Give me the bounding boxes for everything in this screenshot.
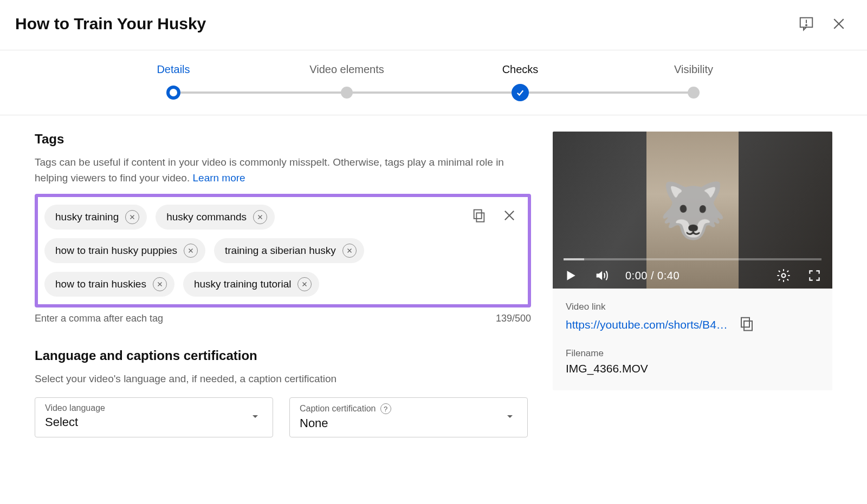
filename-value: IMG_4366.MOV xyxy=(566,362,819,375)
video-thumbnail: 🐺 xyxy=(646,132,739,289)
tags-toolbar xyxy=(471,208,517,225)
settings-icon[interactable] xyxy=(776,268,791,283)
step-video-elements[interactable]: Video elements xyxy=(260,63,434,100)
tag-label: husky training xyxy=(55,211,119,223)
close-icon[interactable] xyxy=(826,11,852,37)
step-label: Checks xyxy=(434,63,607,76)
svg-rect-26 xyxy=(744,321,752,331)
tag-chip[interactable]: husky training tutorial xyxy=(183,272,320,297)
video-language-select[interactable]: Video language Select xyxy=(35,397,273,437)
svg-rect-5 xyxy=(476,213,484,221)
svg-point-25 xyxy=(782,274,786,278)
tag-chip[interactable]: how to train huskies xyxy=(44,272,174,297)
tags-counter: 139/500 xyxy=(496,313,531,324)
chevron-down-icon xyxy=(249,410,262,425)
tag-chip[interactable]: husky training xyxy=(44,205,147,230)
remove-tag-icon[interactable] xyxy=(153,277,167,291)
video-link[interactable]: https://youtube.com/shorts/B4… xyxy=(566,318,728,331)
copy-tags-icon[interactable] xyxy=(471,208,487,225)
upload-stepper: Details Video elements Checks Visibility xyxy=(0,50,867,115)
remove-tag-icon[interactable] xyxy=(297,277,312,291)
step-details[interactable]: Details xyxy=(87,63,260,100)
chevron-down-icon xyxy=(503,410,516,425)
video-progress[interactable] xyxy=(564,258,821,260)
step-label: Video elements xyxy=(260,63,434,76)
step-checks[interactable]: Checks xyxy=(434,63,607,100)
remove-tag-icon[interactable] xyxy=(253,210,267,224)
svg-point-2 xyxy=(806,25,807,26)
copy-link-icon[interactable] xyxy=(739,316,755,334)
video-time: 0:00 / 0:40 xyxy=(625,270,680,282)
svg-marker-24 xyxy=(597,271,603,280)
tag-chip[interactable]: training a siberian husky xyxy=(214,238,364,263)
filename-label: Filename xyxy=(566,348,819,359)
help-icon[interactable]: ? xyxy=(380,403,391,414)
caption-certification-select[interactable]: Caption certification ? None xyxy=(289,397,528,437)
tag-chip[interactable]: husky commands xyxy=(156,205,275,230)
svg-rect-27 xyxy=(741,318,749,328)
select-value: Select xyxy=(45,415,263,429)
tag-label: husky training tutorial xyxy=(194,278,292,290)
remove-tag-icon[interactable] xyxy=(184,244,198,258)
step-label: Details xyxy=(87,63,260,76)
remove-tag-icon[interactable] xyxy=(125,210,139,224)
tag-label: how to train huskies xyxy=(55,278,146,290)
step-visibility[interactable]: Visibility xyxy=(607,63,780,100)
tag-label: how to train husky puppies xyxy=(55,245,177,257)
video-player[interactable]: 🐺 0:00 / 0:40 xyxy=(553,132,832,289)
language-description: Select your video's language and, if nee… xyxy=(35,371,531,387)
dialog-header: How to Train Your Husky xyxy=(0,0,867,50)
clear-tags-icon[interactable] xyxy=(502,208,517,225)
tags-description: Tags can be useful if content in your vi… xyxy=(35,154,531,186)
video-link-label: Video link xyxy=(566,302,819,312)
tags-hint: Enter a comma after each tag xyxy=(35,313,163,324)
tag-chip[interactable]: how to train husky puppies xyxy=(44,238,205,263)
tags-heading: Tags xyxy=(35,132,531,147)
tag-label: husky commands xyxy=(166,211,247,223)
feedback-icon[interactable] xyxy=(793,11,819,37)
tags-input-container[interactable]: husky traininghusky commandshow to train… xyxy=(35,194,531,307)
select-label: Video language xyxy=(45,403,263,413)
tag-label: training a siberian husky xyxy=(225,245,336,257)
select-value: None xyxy=(300,416,517,430)
select-label: Caption certification ? xyxy=(300,403,517,414)
learn-more-link[interactable]: Learn more xyxy=(193,172,245,184)
fullscreen-icon[interactable] xyxy=(807,269,821,283)
volume-icon[interactable] xyxy=(594,268,609,283)
step-label: Visibility xyxy=(607,63,780,76)
language-heading: Language and captions certification xyxy=(35,348,531,363)
svg-marker-22 xyxy=(507,415,513,418)
svg-marker-23 xyxy=(567,271,575,280)
svg-rect-6 xyxy=(474,210,482,218)
video-preview-card: 🐺 0:00 / 0:40 xyxy=(553,132,832,390)
page-title: How to Train Your Husky xyxy=(15,15,787,33)
remove-tag-icon[interactable] xyxy=(342,244,357,258)
play-icon[interactable] xyxy=(564,269,578,283)
svg-marker-21 xyxy=(253,415,258,418)
